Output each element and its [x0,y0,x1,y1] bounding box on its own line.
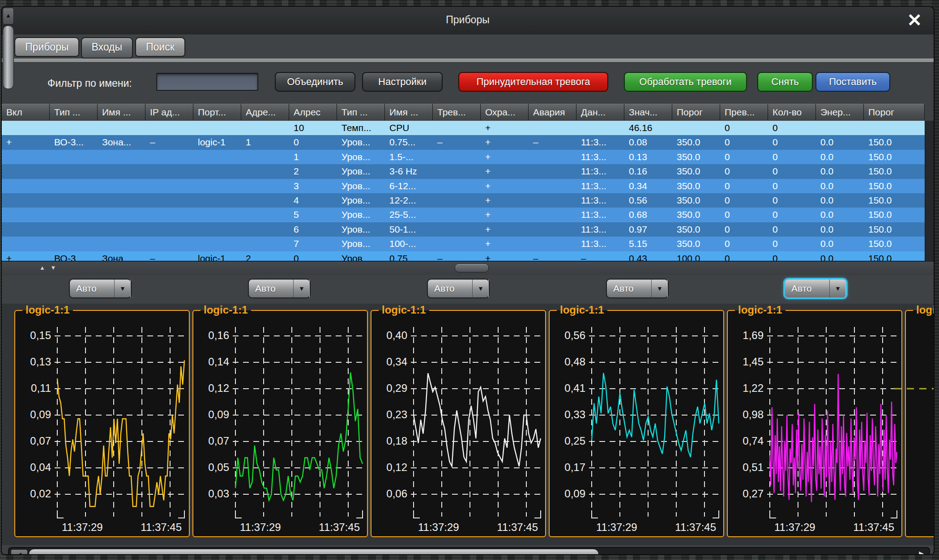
table-cell [433,179,480,193]
column-header[interactable]: Энер... [816,104,863,120]
table-cell: Уров... [337,150,384,164]
column-header[interactable]: Тип ... [337,104,384,120]
table-cell [241,208,289,222]
chevron-down-icon[interactable]: ▼ [651,280,668,297]
scroll-right-icon[interactable]: ▶ [919,550,924,555]
column-header[interactable]: IP ад... [145,104,193,120]
table-cell [98,222,145,237]
chevron-down-icon[interactable]: ▼ [114,280,131,297]
table-cell [529,150,576,164]
table-cell [241,121,289,135]
table-row[interactable]: 5Уров...25-5...+11:3...0.68350.0000.0150… [2,208,925,222]
chart-scale-select[interactable]: Авто▼ [69,279,132,298]
column-header[interactable]: Кол-во [768,104,815,120]
chart-scale-select[interactable]: Авто▼ [248,279,311,298]
splitter-arrows-icon[interactable]: ▲ ▼ [39,264,58,271]
table-header: ВклТип ...Имя ...IP ад...Порт...Адре...А… [2,104,925,120]
table-cell [2,164,49,178]
tab-3[interactable]: Поиск [135,37,185,57]
table-row[interactable]: 4Уров...12-2...+11:3...0.56350.0000.0150… [2,193,925,208]
scroll-left-button[interactable]: ◀ [11,549,28,555]
table-cell [576,121,624,135]
column-header[interactable]: Охра... [481,104,528,120]
toolbar-button-2[interactable]: Настройки [362,72,443,92]
toolbar-button-4[interactable]: Обработать тревоги [624,72,747,92]
table-cell [529,179,576,193]
filter-input[interactable] [156,73,258,91]
column-header[interactable]: Дан... [576,104,624,120]
horizontal-scrollbar[interactable]: ◀ ▶ [8,547,930,555]
table-cell: 0.97 [624,222,672,237]
column-header[interactable]: Адре... [241,104,289,120]
table-cell: 1 [241,135,289,149]
chart-scale-select[interactable]: Авто▼ [606,279,669,298]
toolbar-button-3[interactable]: Принудительная тревога [458,72,608,92]
vertical-scroll-thumb[interactable] [3,25,14,89]
table-cell: 0 [720,193,768,208]
table-cell: 0 [768,237,815,251]
table-cell [193,222,241,237]
column-header[interactable]: Прев... [720,104,768,120]
column-header[interactable]: Авария [529,104,576,120]
column-header[interactable]: Порог [672,104,720,120]
chart-scale-select[interactable]: Авто▼ [784,279,847,298]
close-icon[interactable]: ✕ [907,10,922,30]
table-cell: 11:3... [576,164,624,178]
column-header[interactable]: Знач... [624,104,672,120]
column-header[interactable]: Порт... [193,104,241,120]
scroll-up-button[interactable]: ▲ [3,8,14,25]
column-header[interactable]: Порог [864,104,924,120]
table-cell [145,237,193,251]
table-cell [145,222,193,237]
table-cell: 25-5... [385,208,432,222]
table-row[interactable]: +ВО-3Зона–logic-120Уров0.75–+––0.43100.0… [2,251,925,261]
table-cell [50,164,97,178]
table-row[interactable]: 2Уров...3-6 Hz+11:3...0.16350.0000.0150.… [2,164,925,178]
column-header[interactable]: Алрес [289,104,337,120]
table-cell: + [481,179,528,193]
table-row[interactable]: 6Уров...50-1...+11:3...0.97350.0000.0150… [2,222,925,237]
table-cell: + [481,222,528,237]
chevron-down-icon[interactable]: ▼ [293,280,310,297]
column-header[interactable]: Имя ... [98,104,145,120]
table-cell: 11:3... [576,135,624,149]
toolbar-button-6[interactable]: Поставить [815,72,890,92]
select-value: Авто [607,283,651,294]
table-row[interactable]: 3Уров...6-12...+11:3...0.34350.0000.0150… [2,179,925,193]
table-cell: – [145,135,193,149]
toolbar-button-5[interactable]: Снять [757,72,813,92]
table-cell [50,121,97,135]
table-cell: 100-... [385,237,432,251]
table-row[interactable]: +ВО-3...Зона...–logic-110Уров...0.75...–… [2,135,925,149]
chart-canvas [906,311,935,538]
chevron-down-icon[interactable]: ▼ [472,280,489,297]
table-row[interactable]: 1Уров...1.5-...+11:3...0.13350.0000.0150… [2,150,925,164]
table-cell: + [2,251,49,261]
table-vertical-scrollbar[interactable] [925,121,935,261]
table-cell [864,121,924,135]
column-header[interactable]: Вкл [2,104,49,120]
table-cell: 0.0 [816,237,863,251]
table-cell: + [481,150,528,164]
table-cell: 6-12... [385,179,432,193]
table-cell: 0.0 [816,251,863,261]
select-value: Авто [70,283,114,294]
select-value: Авто [249,283,293,294]
column-header[interactable]: Трев... [433,104,480,120]
tab-2[interactable]: Входы [81,37,133,59]
table-row[interactable]: 10Темп...CPU+46.1600 [2,121,925,135]
table-row[interactable]: 7Уров...100-...+11:3...5.15350.0000.0150… [2,237,925,251]
table-cell: Уров... [337,164,384,178]
column-header[interactable]: Тип ... [50,104,97,120]
toolbar-button-1[interactable]: Объединить [275,72,355,92]
table-cell: Уров... [337,222,384,237]
table-cell: 350.0 [672,150,720,164]
splitter-grip[interactable] [455,263,489,272]
chevron-down-icon[interactable]: ▼ [829,280,846,297]
horizontal-scroll-thumb[interactable] [29,549,599,555]
table-cell: 350.0 [672,179,720,193]
column-header[interactable]: Имя ... [385,104,432,120]
tab-1[interactable]: Приборы [14,37,79,57]
chart-scale-select[interactable]: Авто▼ [427,279,490,298]
tab-strip: ПриборыВходыПоиск [2,34,934,59]
